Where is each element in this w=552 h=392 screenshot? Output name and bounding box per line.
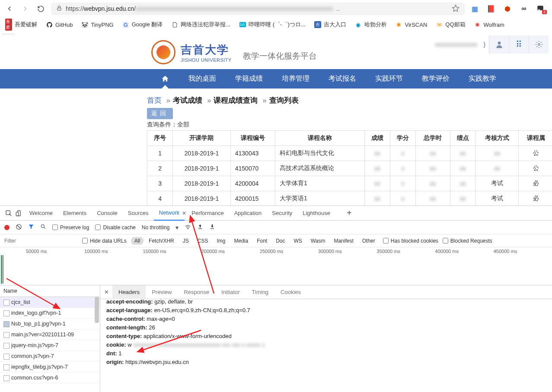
bookmark-item[interactable]: 吾爱吾爱破解 xyxy=(5,21,37,28)
devtools-tab-network[interactable]: Network xyxy=(154,206,185,221)
type-filter[interactable]: Doc xyxy=(272,237,288,245)
close-icon[interactable]: ✕ xyxy=(182,210,186,216)
request-item[interactable]: cjcx_list xyxy=(0,297,100,308)
bookmark-item[interactable]: bili哔哩哔哩 (゜-゜)つロ... xyxy=(239,21,305,28)
infinity-ext-icon[interactable]: ∞ xyxy=(519,4,529,13)
bookmark-item[interactable]: GitHub xyxy=(46,21,73,28)
detail-tab-headers[interactable]: Headers xyxy=(112,285,146,299)
avatar-icon[interactable] xyxy=(489,35,509,54)
type-filter[interactable]: JS xyxy=(179,237,192,245)
nav-item[interactable]: 教学评价 xyxy=(412,69,459,89)
request-item[interactable]: main.js?ver=20210111-09 xyxy=(0,329,100,340)
type-filter[interactable]: All xyxy=(131,237,144,245)
device-icon[interactable] xyxy=(14,210,24,217)
timeline[interactable]: 50000 ms100000 ms150000 ms200000 ms25000… xyxy=(0,247,552,285)
devtools-tab-console[interactable]: Console xyxy=(92,206,123,221)
table-row[interactable]: 12018-2019-14130043科幻电影与当代文化xxxxxxxxx公 xyxy=(147,146,552,161)
type-filter[interactable]: CSS xyxy=(194,237,212,245)
nav-item[interactable]: 我的桌面 xyxy=(179,69,226,89)
hide-data-urls-checkbox[interactable]: Hide data URLs xyxy=(82,238,127,244)
type-filter[interactable]: Font xyxy=(253,237,271,245)
filter-input[interactable] xyxy=(4,238,78,244)
record-button[interactable] xyxy=(4,225,10,230)
type-filter[interactable]: Media xyxy=(230,237,252,245)
download-icon[interactable] xyxy=(209,224,215,231)
bookmark-item[interactable]: 🐼TinyPNG xyxy=(81,21,113,28)
nav-home[interactable] xyxy=(151,69,179,89)
blocked-cookies-checkbox[interactable]: Has blocked cookies xyxy=(383,238,438,244)
add-tab-button[interactable]: + xyxy=(344,208,354,218)
devtools-tab-application[interactable]: Application xyxy=(229,206,267,221)
blocked-requests-checkbox[interactable]: Blocked Requests xyxy=(443,238,492,244)
type-filter[interactable]: Img xyxy=(213,237,229,245)
type-filter[interactable]: Fetch/XHR xyxy=(145,237,178,245)
bookmark-item[interactable]: ✺Wolfram xyxy=(474,21,504,28)
detail-tab-preview[interactable]: Preview xyxy=(146,285,178,299)
nav-item[interactable]: 学籍成绩 xyxy=(226,69,272,89)
star-icon[interactable] xyxy=(452,4,459,13)
crumb-home[interactable]: 首页 xyxy=(147,96,162,104)
type-filter[interactable]: Wasm xyxy=(307,237,329,245)
table-row[interactable]: 42018-2019-14200015大学英语1xxxxxxx考试必 xyxy=(147,191,552,206)
devtools-tab-lighthouse[interactable]: Lighthouse xyxy=(297,206,335,221)
scrollbar[interactable] xyxy=(95,297,99,323)
back-page-button[interactable]: 返回 xyxy=(147,108,173,119)
translate-ext-icon[interactable]: ▦ xyxy=(470,4,479,13)
devtools-tab-welcome[interactable]: Welcome xyxy=(24,206,58,221)
detail-tab-initiator[interactable]: Initiator xyxy=(215,285,246,299)
bookmark-item[interactable]: GGoogle 翻译 xyxy=(122,21,163,28)
devtools-tab-performance[interactable]: Performance xyxy=(186,206,229,221)
bookmark-item[interactable]: 网络违法犯罪举报... xyxy=(171,21,230,28)
request-item[interactable]: common.css?vpn-6 xyxy=(0,373,100,383)
devtools-tab-sources[interactable]: Sources xyxy=(123,206,154,221)
back-button[interactable] xyxy=(4,3,15,14)
close-detail-button[interactable]: ✕ xyxy=(100,289,112,295)
settings-icon[interactable] xyxy=(529,35,549,54)
reqlist-header[interactable]: Name xyxy=(0,285,100,297)
search-icon[interactable] xyxy=(40,224,46,231)
type-filter[interactable]: WS xyxy=(290,237,306,245)
wifi-icon[interactable] xyxy=(185,224,191,231)
upload-icon[interactable] xyxy=(197,224,203,231)
request-item[interactable]: iepngfix_tilebg.js?vpn-7 xyxy=(0,362,100,373)
disable-cache-checkbox[interactable]: Disable cache xyxy=(95,224,135,231)
nav-item[interactable]: 培养管理 xyxy=(272,69,319,89)
preserve-log-checkbox[interactable]: Preserve log xyxy=(52,224,89,231)
reload-button[interactable] xyxy=(35,3,46,14)
chevron-down-icon[interactable]: ▾ xyxy=(175,224,179,231)
notifications-ext-icon[interactable]: 2 xyxy=(536,4,545,13)
type-filter[interactable]: Other xyxy=(359,237,379,245)
forward-button[interactable] xyxy=(20,3,30,14)
request-item[interactable]: Nsb_top_p1.jpg?vpn-1 xyxy=(0,319,100,329)
type-filter[interactable]: Manifest xyxy=(330,237,357,245)
clear-button[interactable] xyxy=(16,224,22,231)
address-bar[interactable]: https://webvpn.jsu.edu.cn/xxxxxxxxxxxxxx… xyxy=(51,3,465,15)
inspect-icon[interactable] xyxy=(3,210,14,217)
breadcrumb: 首页 »考试成绩 »课程成绩查询 »查询列表 xyxy=(147,95,552,105)
bookmark-item[interactable]: 吉吉大入口 xyxy=(314,21,346,28)
detail-tab-timing[interactable]: Timing xyxy=(246,285,275,299)
user-name[interactable]: xxxxxxxxxxxxxx xyxy=(429,41,483,48)
table-row[interactable]: 22018-2019-14150070高技术武器系统概论xxxxxxxxx公 xyxy=(147,161,552,176)
office-ext-icon[interactable]: ⬢ xyxy=(503,4,512,13)
devtools-tab-elements[interactable]: Elements xyxy=(58,206,92,221)
request-item[interactable]: common.js?vpn-7 xyxy=(0,351,100,362)
throttling-select[interactable]: No throttling xyxy=(142,224,170,231)
nav-item[interactable]: 实践教学 xyxy=(459,69,506,89)
request-item[interactable]: index_logo.gif?vpn-1 xyxy=(0,308,100,319)
bookmark-icon: 🐼 xyxy=(81,21,88,28)
table-row[interactable]: 32018-2019-14200004大学体育1xxxxxxx考试必 xyxy=(147,176,552,191)
detail-tab-cookies[interactable]: Cookies xyxy=(274,285,307,299)
bookmark-item[interactable]: ✱VirSCAN xyxy=(396,21,428,28)
headers-body[interactable]: accept-encoding: gzip, deflate, braccept… xyxy=(100,299,552,392)
filter-icon[interactable] xyxy=(28,224,34,231)
apps-icon[interactable]: ⠿ xyxy=(509,35,529,54)
ext-icon[interactable]: 📕 xyxy=(486,4,496,13)
request-item[interactable]: jquery-min.js?vpn-7 xyxy=(0,340,100,351)
bookmark-item[interactable]: ◉哈勃分析 xyxy=(355,21,387,28)
devtools-tab-security[interactable]: Security xyxy=(267,206,297,221)
detail-tab-response[interactable]: Response xyxy=(178,285,215,299)
nav-item[interactable]: 实践环节 xyxy=(366,69,412,89)
bookmark-item[interactable]: ✉QQ邮箱 xyxy=(436,21,465,28)
nav-item[interactable]: 考试报名 xyxy=(319,69,366,89)
